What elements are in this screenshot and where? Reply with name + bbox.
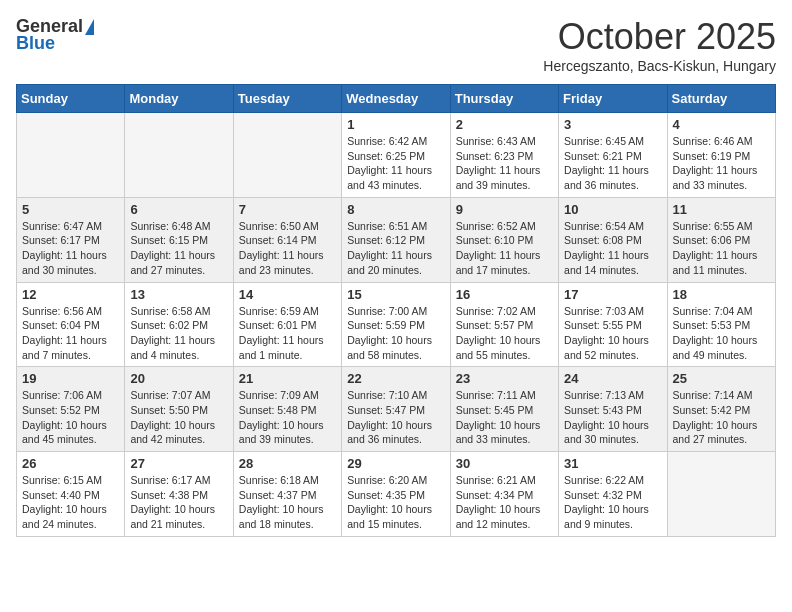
day-info: Sunrise: 6:46 AM Sunset: 6:19 PM Dayligh… xyxy=(673,134,770,193)
day-info: Sunrise: 7:04 AM Sunset: 5:53 PM Dayligh… xyxy=(673,304,770,363)
day-number: 2 xyxy=(456,117,553,132)
day-info: Sunrise: 7:06 AM Sunset: 5:52 PM Dayligh… xyxy=(22,388,119,447)
day-info: Sunrise: 6:20 AM Sunset: 4:35 PM Dayligh… xyxy=(347,473,444,532)
day-number: 22 xyxy=(347,371,444,386)
calendar-day-cell: 21Sunrise: 7:09 AM Sunset: 5:48 PM Dayli… xyxy=(233,367,341,452)
day-number: 10 xyxy=(564,202,661,217)
day-info: Sunrise: 6:43 AM Sunset: 6:23 PM Dayligh… xyxy=(456,134,553,193)
calendar-day-cell: 3Sunrise: 6:45 AM Sunset: 6:21 PM Daylig… xyxy=(559,113,667,198)
day-number: 28 xyxy=(239,456,336,471)
calendar-day-cell: 18Sunrise: 7:04 AM Sunset: 5:53 PM Dayli… xyxy=(667,282,775,367)
weekday-header: Thursday xyxy=(450,85,558,113)
calendar-day-cell: 11Sunrise: 6:55 AM Sunset: 6:06 PM Dayli… xyxy=(667,197,775,282)
title-area: October 2025 Hercegszanto, Bacs-Kiskun, … xyxy=(543,16,776,74)
calendar-day-cell: 14Sunrise: 6:59 AM Sunset: 6:01 PM Dayli… xyxy=(233,282,341,367)
day-info: Sunrise: 7:10 AM Sunset: 5:47 PM Dayligh… xyxy=(347,388,444,447)
calendar-day-cell: 15Sunrise: 7:00 AM Sunset: 5:59 PM Dayli… xyxy=(342,282,450,367)
day-info: Sunrise: 6:18 AM Sunset: 4:37 PM Dayligh… xyxy=(239,473,336,532)
weekday-header: Friday xyxy=(559,85,667,113)
day-info: Sunrise: 6:48 AM Sunset: 6:15 PM Dayligh… xyxy=(130,219,227,278)
calendar-week-row: 1Sunrise: 6:42 AM Sunset: 6:25 PM Daylig… xyxy=(17,113,776,198)
calendar-week-row: 26Sunrise: 6:15 AM Sunset: 4:40 PM Dayli… xyxy=(17,452,776,537)
day-info: Sunrise: 6:52 AM Sunset: 6:10 PM Dayligh… xyxy=(456,219,553,278)
calendar-day-cell xyxy=(233,113,341,198)
day-info: Sunrise: 7:02 AM Sunset: 5:57 PM Dayligh… xyxy=(456,304,553,363)
day-info: Sunrise: 6:54 AM Sunset: 6:08 PM Dayligh… xyxy=(564,219,661,278)
day-info: Sunrise: 7:00 AM Sunset: 5:59 PM Dayligh… xyxy=(347,304,444,363)
calendar-day-cell: 19Sunrise: 7:06 AM Sunset: 5:52 PM Dayli… xyxy=(17,367,125,452)
day-number: 27 xyxy=(130,456,227,471)
day-number: 19 xyxy=(22,371,119,386)
day-number: 31 xyxy=(564,456,661,471)
day-info: Sunrise: 6:15 AM Sunset: 4:40 PM Dayligh… xyxy=(22,473,119,532)
day-number: 12 xyxy=(22,287,119,302)
logo-triangle-icon xyxy=(85,19,94,35)
calendar-day-cell: 5Sunrise: 6:47 AM Sunset: 6:17 PM Daylig… xyxy=(17,197,125,282)
day-info: Sunrise: 7:11 AM Sunset: 5:45 PM Dayligh… xyxy=(456,388,553,447)
day-info: Sunrise: 6:22 AM Sunset: 4:32 PM Dayligh… xyxy=(564,473,661,532)
day-number: 5 xyxy=(22,202,119,217)
calendar-week-row: 12Sunrise: 6:56 AM Sunset: 6:04 PM Dayli… xyxy=(17,282,776,367)
calendar-day-cell: 23Sunrise: 7:11 AM Sunset: 5:45 PM Dayli… xyxy=(450,367,558,452)
calendar-day-cell: 12Sunrise: 6:56 AM Sunset: 6:04 PM Dayli… xyxy=(17,282,125,367)
day-info: Sunrise: 7:14 AM Sunset: 5:42 PM Dayligh… xyxy=(673,388,770,447)
day-number: 15 xyxy=(347,287,444,302)
day-number: 7 xyxy=(239,202,336,217)
calendar-day-cell: 24Sunrise: 7:13 AM Sunset: 5:43 PM Dayli… xyxy=(559,367,667,452)
day-number: 3 xyxy=(564,117,661,132)
day-number: 4 xyxy=(673,117,770,132)
weekday-header: Sunday xyxy=(17,85,125,113)
day-info: Sunrise: 6:21 AM Sunset: 4:34 PM Dayligh… xyxy=(456,473,553,532)
calendar-day-cell: 16Sunrise: 7:02 AM Sunset: 5:57 PM Dayli… xyxy=(450,282,558,367)
day-number: 21 xyxy=(239,371,336,386)
day-info: Sunrise: 7:13 AM Sunset: 5:43 PM Dayligh… xyxy=(564,388,661,447)
day-number: 6 xyxy=(130,202,227,217)
day-number: 14 xyxy=(239,287,336,302)
calendar-day-cell: 30Sunrise: 6:21 AM Sunset: 4:34 PM Dayli… xyxy=(450,452,558,537)
day-info: Sunrise: 7:07 AM Sunset: 5:50 PM Dayligh… xyxy=(130,388,227,447)
logo-blue-text: Blue xyxy=(16,33,55,54)
day-number: 30 xyxy=(456,456,553,471)
day-info: Sunrise: 6:45 AM Sunset: 6:21 PM Dayligh… xyxy=(564,134,661,193)
calendar-day-cell xyxy=(667,452,775,537)
calendar-day-cell: 31Sunrise: 6:22 AM Sunset: 4:32 PM Dayli… xyxy=(559,452,667,537)
day-number: 16 xyxy=(456,287,553,302)
header: General Blue October 2025 Hercegszanto, … xyxy=(16,16,776,74)
calendar-day-cell: 20Sunrise: 7:07 AM Sunset: 5:50 PM Dayli… xyxy=(125,367,233,452)
day-number: 9 xyxy=(456,202,553,217)
calendar-day-cell: 25Sunrise: 7:14 AM Sunset: 5:42 PM Dayli… xyxy=(667,367,775,452)
calendar-day-cell: 2Sunrise: 6:43 AM Sunset: 6:23 PM Daylig… xyxy=(450,113,558,198)
day-info: Sunrise: 6:47 AM Sunset: 6:17 PM Dayligh… xyxy=(22,219,119,278)
calendar-day-cell: 13Sunrise: 6:58 AM Sunset: 6:02 PM Dayli… xyxy=(125,282,233,367)
calendar-day-cell: 10Sunrise: 6:54 AM Sunset: 6:08 PM Dayli… xyxy=(559,197,667,282)
day-number: 20 xyxy=(130,371,227,386)
calendar-day-cell: 26Sunrise: 6:15 AM Sunset: 4:40 PM Dayli… xyxy=(17,452,125,537)
calendar-day-cell: 4Sunrise: 6:46 AM Sunset: 6:19 PM Daylig… xyxy=(667,113,775,198)
calendar-day-cell: 27Sunrise: 6:17 AM Sunset: 4:38 PM Dayli… xyxy=(125,452,233,537)
calendar-day-cell: 8Sunrise: 6:51 AM Sunset: 6:12 PM Daylig… xyxy=(342,197,450,282)
calendar-day-cell xyxy=(125,113,233,198)
day-number: 26 xyxy=(22,456,119,471)
calendar-day-cell: 9Sunrise: 6:52 AM Sunset: 6:10 PM Daylig… xyxy=(450,197,558,282)
calendar-day-cell xyxy=(17,113,125,198)
day-info: Sunrise: 6:55 AM Sunset: 6:06 PM Dayligh… xyxy=(673,219,770,278)
calendar-day-cell: 1Sunrise: 6:42 AM Sunset: 6:25 PM Daylig… xyxy=(342,113,450,198)
day-number: 23 xyxy=(456,371,553,386)
day-number: 11 xyxy=(673,202,770,217)
day-info: Sunrise: 6:50 AM Sunset: 6:14 PM Dayligh… xyxy=(239,219,336,278)
weekday-header: Saturday xyxy=(667,85,775,113)
day-info: Sunrise: 7:03 AM Sunset: 5:55 PM Dayligh… xyxy=(564,304,661,363)
calendar-week-row: 19Sunrise: 7:06 AM Sunset: 5:52 PM Dayli… xyxy=(17,367,776,452)
weekday-header: Tuesday xyxy=(233,85,341,113)
day-number: 24 xyxy=(564,371,661,386)
day-number: 25 xyxy=(673,371,770,386)
calendar-day-cell: 29Sunrise: 6:20 AM Sunset: 4:35 PM Dayli… xyxy=(342,452,450,537)
weekday-header: Wednesday xyxy=(342,85,450,113)
day-number: 17 xyxy=(564,287,661,302)
calendar-day-cell: 6Sunrise: 6:48 AM Sunset: 6:15 PM Daylig… xyxy=(125,197,233,282)
day-number: 8 xyxy=(347,202,444,217)
day-info: Sunrise: 7:09 AM Sunset: 5:48 PM Dayligh… xyxy=(239,388,336,447)
calendar-day-cell: 28Sunrise: 6:18 AM Sunset: 4:37 PM Dayli… xyxy=(233,452,341,537)
day-info: Sunrise: 6:58 AM Sunset: 6:02 PM Dayligh… xyxy=(130,304,227,363)
day-number: 1 xyxy=(347,117,444,132)
